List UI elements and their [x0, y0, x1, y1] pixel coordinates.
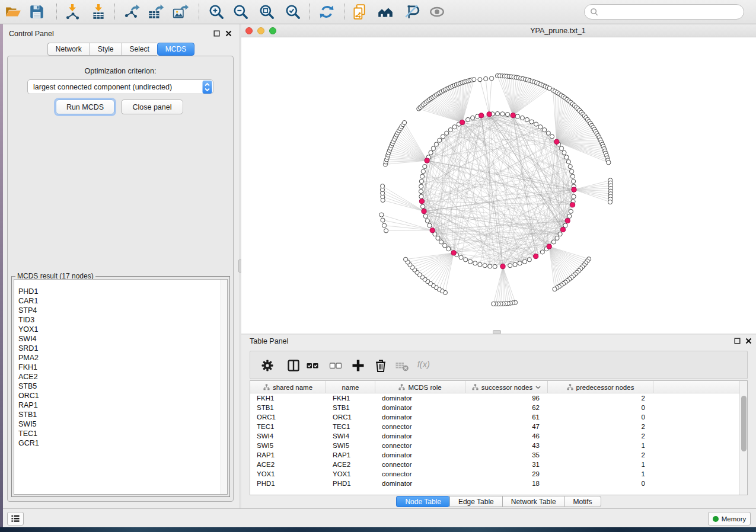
create-column-icon[interactable] [350, 358, 366, 373]
cell-name[interactable]: TEC1 [326, 422, 375, 431]
leaf-node[interactable] [382, 223, 387, 227]
node[interactable] [439, 240, 444, 244]
node[interactable] [448, 128, 452, 132]
leaf-node[interactable] [607, 161, 611, 165]
home-icon[interactable] [377, 4, 394, 20]
network-window-titlebar[interactable]: YPA_prune.txt_1 [241, 24, 756, 37]
mcds-result-item[interactable]: TEC1 [18, 429, 227, 438]
leaf-node[interactable] [484, 76, 488, 81]
node[interactable] [419, 190, 423, 194]
leaf-node[interactable] [404, 257, 408, 261]
selected-node[interactable] [451, 251, 456, 255]
table-scrollbar[interactable] [739, 381, 747, 495]
table-row[interactable]: RAP1RAP1dominator352 [250, 450, 739, 460]
table-row[interactable]: TEC1TEC1connector472 [250, 422, 739, 431]
leaf-node[interactable] [608, 200, 612, 204]
selected-node[interactable] [479, 113, 484, 118]
selected-node[interactable] [572, 187, 576, 192]
node[interactable] [471, 116, 475, 120]
cell-predecessor-nodes[interactable]: 2 [548, 450, 653, 460]
cell-predecessor-nodes[interactable]: 2 [548, 431, 653, 441]
cell-MCDS-role[interactable]: dominator [375, 479, 465, 488]
selected-node[interactable] [565, 219, 570, 223]
node[interactable] [559, 146, 563, 150]
tab-node-table[interactable]: Node Table [396, 496, 449, 507]
node[interactable] [420, 204, 425, 209]
cell-successor-nodes[interactable]: 47 [465, 422, 548, 431]
node[interactable] [572, 194, 576, 198]
refresh-view-icon[interactable] [318, 4, 335, 20]
open-session-icon[interactable] [5, 4, 21, 20]
maximize-window-icon[interactable] [269, 27, 276, 34]
node[interactable] [527, 258, 531, 262]
selected-node[interactable] [560, 227, 565, 232]
horizontal-divider-handle[interactable] [493, 330, 501, 334]
node[interactable] [515, 114, 519, 118]
cell-shared-name[interactable]: YOX1 [250, 469, 326, 479]
close-table-panel-icon[interactable] [745, 338, 752, 345]
zoom-selected-icon[interactable] [285, 4, 301, 20]
cell-predecessor-nodes[interactable]: 0 [548, 403, 653, 412]
cell-shared-name[interactable]: ACE2 [250, 460, 326, 469]
node[interactable] [436, 236, 440, 240]
node[interactable] [538, 125, 543, 129]
selected-node[interactable] [487, 112, 492, 117]
node[interactable] [446, 247, 451, 251]
node[interactable] [419, 184, 423, 188]
float-panel-icon[interactable] [213, 30, 221, 37]
table-row[interactable]: PHD1PHD1dominator180 [250, 479, 739, 488]
tab-mcds[interactable]: MCDS [157, 43, 194, 56]
tab-network-table[interactable]: Network Table [502, 496, 564, 507]
node[interactable] [441, 134, 445, 139]
mcds-result-scrollbar[interactable] [221, 280, 227, 494]
node[interactable] [445, 131, 449, 135]
cell-successor-nodes[interactable]: 46 [465, 431, 548, 441]
cell-name[interactable]: ORC1 [326, 412, 375, 422]
cell-predecessor-nodes[interactable]: 1 [548, 441, 653, 450]
mcds-result-item[interactable]: RAP1 [18, 400, 227, 410]
cell-predecessor-nodes[interactable]: 1 [548, 460, 653, 469]
leaf-node[interactable] [553, 287, 557, 291]
node[interactable] [551, 240, 556, 244]
cell-successor-nodes[interactable]: 35 [465, 450, 548, 460]
node[interactable] [483, 264, 487, 268]
cell-shared-name[interactable]: FKH1 [250, 393, 326, 403]
import-table-file-icon[interactable] [90, 4, 107, 20]
show-graphics-details-icon[interactable] [429, 4, 445, 20]
tab-edge-table[interactable]: Edge Table [449, 496, 502, 507]
mcds-result-item[interactable]: TID3 [18, 315, 227, 325]
save-session-icon[interactable] [28, 4, 45, 20]
tab-motifs[interactable]: Motifs [564, 496, 601, 507]
hide-graphics-details-icon[interactable] [403, 4, 420, 20]
selected-node[interactable] [430, 228, 435, 233]
memory-button[interactable]: Memory [708, 512, 751, 525]
cell-MCDS-role[interactable]: dominator [375, 431, 465, 441]
cell-successor-nodes[interactable]: 62 [465, 403, 548, 412]
selected-node[interactable] [422, 209, 426, 214]
mcds-result-item[interactable]: STP4 [18, 306, 227, 315]
cell-shared-name[interactable]: SWI5 [250, 441, 326, 450]
node[interactable] [495, 111, 499, 116]
mcds-result-item[interactable]: SWI5 [18, 419, 227, 429]
node[interactable] [562, 150, 566, 155]
node[interactable] [518, 261, 522, 265]
copy-network-icon[interactable] [351, 4, 368, 20]
cell-MCDS-role[interactable]: connector [375, 460, 465, 469]
mcds-result-item[interactable]: FKH1 [18, 363, 227, 372]
cell-shared-name[interactable]: TEC1 [250, 422, 326, 431]
deselect-all-icon[interactable] [328, 358, 343, 373]
node[interactable] [543, 128, 547, 132]
node[interactable] [525, 117, 529, 121]
mcds-result-item[interactable]: YOX1 [18, 325, 227, 334]
table-row[interactable]: SWI4SWI4dominator462 [250, 431, 739, 441]
cell-shared-name[interactable]: SWI4 [250, 431, 326, 441]
zoom-in-icon[interactable] [208, 4, 225, 20]
node[interactable] [572, 180, 576, 184]
selected-node[interactable] [460, 120, 465, 124]
mcds-result-item[interactable]: SWI4 [18, 334, 227, 344]
node[interactable] [434, 142, 438, 146]
node[interactable] [534, 122, 538, 126]
network-canvas[interactable] [241, 37, 756, 334]
node[interactable] [473, 261, 477, 265]
cell-shared-name[interactable]: STB1 [250, 403, 326, 412]
